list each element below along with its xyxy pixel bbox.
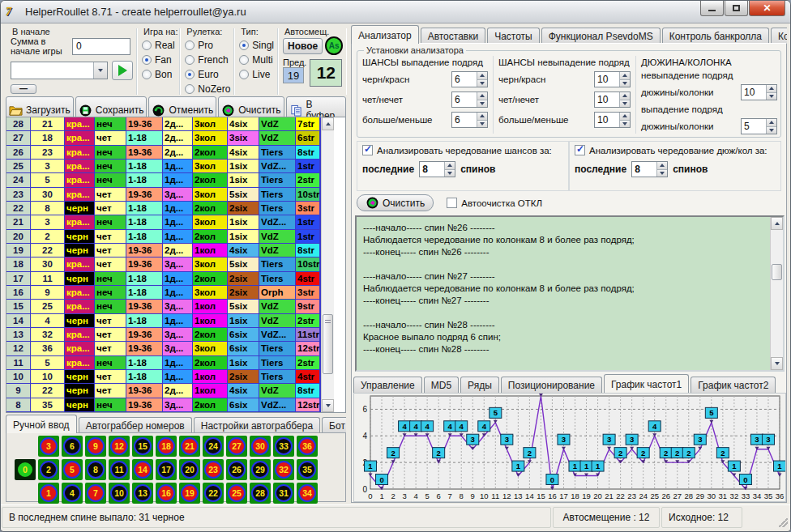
number-button-25[interactable]: 25	[226, 483, 247, 504]
table-row[interactable]: 1525кра...неч19-363д...1кол5sixVdZ9str	[6, 300, 320, 313]
number-button-6[interactable]: 6	[62, 436, 83, 457]
number-button-13[interactable]: 13	[132, 483, 153, 504]
number-button-16[interactable]: 16	[156, 483, 177, 504]
spinner-down-button[interactable]	[477, 100, 487, 108]
number-button-0[interactable]: 0	[15, 459, 36, 480]
table-row[interactable]: 1332кра...чет19-363д...2кол6sixVdZ...11s…	[6, 328, 320, 342]
table-row[interactable]: 253кра...неч1-181д...3кол1sixVdZ...1str	[6, 160, 320, 173]
log-scrollbar[interactable]	[770, 217, 783, 370]
number-button-2[interactable]: 2	[38, 459, 59, 480]
right-tab-2[interactable]: Частоты	[487, 28, 540, 44]
autoclear-checkbox[interactable]	[447, 198, 457, 208]
radio-singl[interactable]: Singl	[239, 40, 274, 51]
table-row[interactable]: 1236кра...чет19-363д...3кол6sixTiers12st…	[6, 342, 320, 355]
number-button-27[interactable]: 27	[226, 436, 247, 457]
chart-tab-1[interactable]: MD5	[424, 377, 459, 393]
spinner-down-button[interactable]	[767, 92, 776, 100]
дюжины/колонки-spinner[interactable]: 5	[741, 118, 777, 134]
radio-fan[interactable]: Fan	[142, 54, 176, 66]
number-button-19[interactable]: 19	[179, 483, 200, 504]
больше/меньше-spinner[interactable]: 6	[451, 112, 488, 128]
number-button-1[interactable]: 1	[38, 483, 59, 504]
right-tab-5[interactable]: Колесо ру	[771, 28, 787, 44]
table-scrollbar-thumb[interactable]	[323, 314, 333, 374]
new-button[interactable]: Новое	[283, 38, 323, 54]
number-button-30[interactable]: 30	[250, 436, 271, 457]
radio-euro[interactable]: Euro	[185, 69, 230, 80]
spinner-up-button[interactable]	[445, 162, 455, 169]
input-tab-3[interactable]: Бот	[322, 417, 346, 433]
right-tab-3[interactable]: Функционал PsevdoMS	[541, 28, 661, 44]
table-row[interactable]: 213кра...неч1-181д...3кол1sixVdZ...1str	[6, 215, 320, 229]
spinner-down-button[interactable]	[620, 100, 630, 108]
alternation-checkbox[interactable]	[575, 145, 585, 155]
autoclear-checkbox-row[interactable]: Автоочистка ОТКЛ	[447, 198, 542, 208]
больше/меньше-spinner[interactable]: 10	[594, 112, 631, 128]
number-button-31[interactable]: 31	[273, 483, 294, 504]
spinner-down-button[interactable]	[620, 79, 630, 87]
alternation-checkbox-row[interactable]: Анализировать чередование дюж/кол за:	[575, 145, 776, 155]
чет/нечет-spinner[interactable]: 6	[451, 92, 488, 108]
maximize-button[interactable]	[725, 1, 748, 16]
radio-pro[interactable]: Pro	[185, 40, 230, 51]
number-button-33[interactable]: 33	[273, 436, 294, 457]
number-button-34[interactable]: 34	[297, 483, 318, 504]
number-button-12[interactable]: 12	[109, 436, 130, 457]
number-button-17[interactable]: 17	[156, 459, 177, 480]
table-row[interactable]: 169кра...неч1-181д...3кол2sixOrph3str	[6, 286, 320, 300]
spinner-down-button[interactable]	[477, 120, 487, 128]
number-button-35[interactable]: 35	[297, 459, 318, 480]
чет/нечет-spinner[interactable]: 10	[594, 92, 631, 108]
combobox-dropdown-button[interactable]	[93, 62, 107, 79]
number-button-23[interactable]: 23	[203, 459, 224, 480]
number-button-9[interactable]: 9	[85, 436, 106, 457]
scroll-up-button[interactable]	[322, 117, 334, 130]
number-button-22[interactable]: 22	[203, 483, 224, 504]
number-button-32[interactable]: 32	[273, 459, 294, 480]
table-row[interactable]: 1711черннеч1-181д...2кол2sixTiers4str	[6, 272, 320, 286]
table-row[interactable]: 922чернчет19-362д...1кол4sixVdZ8str	[6, 384, 320, 398]
chart-tab-4[interactable]: График частот1	[604, 374, 689, 393]
radio-live[interactable]: Live	[239, 69, 274, 80]
черн/красн-spinner[interactable]: 10	[594, 71, 631, 87]
resize-grip[interactable]	[778, 517, 788, 527]
scroll-down-button[interactable]	[322, 399, 334, 412]
spinner-up-button[interactable]	[620, 72, 630, 79]
number-button-8[interactable]: 8	[85, 459, 106, 480]
spinner-up-button[interactable]	[477, 92, 487, 100]
start-sum-input[interactable]	[72, 38, 130, 55]
table-row[interactable]: 115кра...неч1-181д...2кол1sixTiers2str	[6, 356, 320, 370]
table-row[interactable]: 245кра...неч1-181д...2кол1sixTiers2str	[6, 173, 320, 187]
number-button-29[interactable]: 29	[250, 459, 271, 480]
analyzer-clear-button[interactable]: Очистить	[357, 194, 434, 211]
right-tab-1[interactable]: Автоставки	[421, 28, 486, 44]
number-button-5[interactable]: 5	[62, 459, 83, 480]
spinner-up-button[interactable]	[767, 119, 776, 126]
minimize-button[interactable]	[700, 1, 724, 16]
right-tab-0[interactable]: Анализатор	[351, 25, 419, 44]
number-button-24[interactable]: 24	[203, 436, 224, 457]
number-button-3[interactable]: 3	[38, 436, 59, 457]
number-button-14[interactable]: 14	[132, 459, 153, 480]
close-button[interactable]: ✕	[749, 1, 785, 16]
table-row[interactable]: 835черннеч19-363д...2кол6sixVdZ...12str	[6, 398, 320, 412]
as-badge-icon[interactable]: As	[325, 36, 343, 55]
input-tab-0[interactable]: Ручной ввод	[6, 415, 77, 433]
spinner-down-button[interactable]	[445, 169, 455, 177]
spinner-down-button[interactable]	[767, 126, 776, 134]
number-button-4[interactable]: 4	[62, 483, 83, 504]
spinner-up-button[interactable]	[477, 113, 487, 120]
spinner-up-button[interactable]	[477, 72, 487, 79]
play-button[interactable]	[112, 61, 133, 80]
number-button-26[interactable]: 26	[226, 459, 247, 480]
table-row[interactable]: 228чернчет1-181д...2кол2sixTiers3str	[6, 202, 320, 215]
table-row[interactable]: 1010чернчет1-181д...1кол2sixTiers4str	[6, 370, 320, 384]
number-button-11[interactable]: 11	[109, 459, 130, 480]
right-tab-4[interactable]: Контроль банкролла	[662, 28, 769, 44]
number-button-7[interactable]: 7	[85, 483, 106, 504]
number-button-20[interactable]: 20	[179, 459, 200, 480]
spinner-up-button[interactable]	[620, 113, 630, 120]
spins-count-spinner[interactable]: 8	[631, 161, 668, 177]
черн/красн-spinner[interactable]: 6	[451, 71, 488, 87]
table-row[interactable]: 2623кра...неч19-362д...2кол4sixTiers8str	[6, 146, 320, 160]
